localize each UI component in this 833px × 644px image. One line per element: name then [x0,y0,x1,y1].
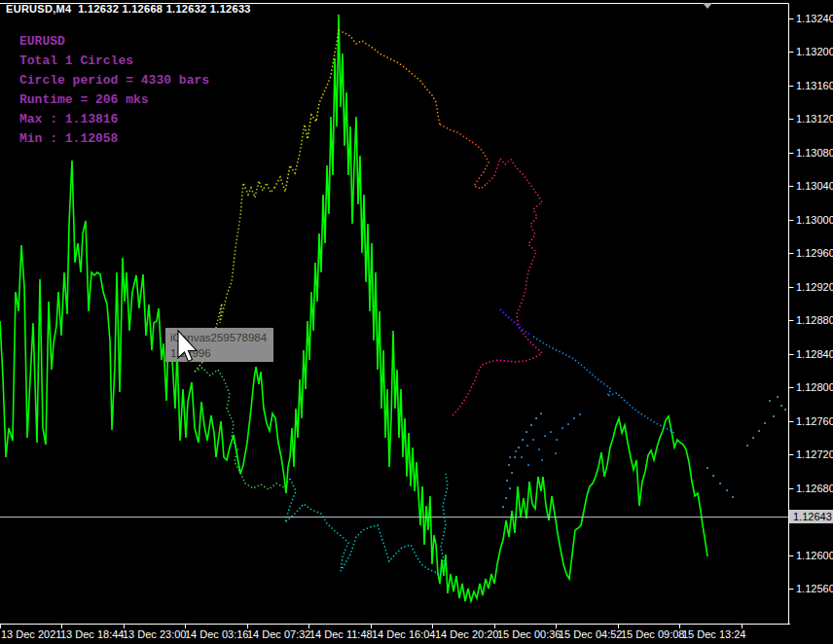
mouse-cursor-icon [0,0,833,644]
chart-window: EURUSD,M4 1.12632 1.12668 1.12632 1.1263… [0,0,833,644]
